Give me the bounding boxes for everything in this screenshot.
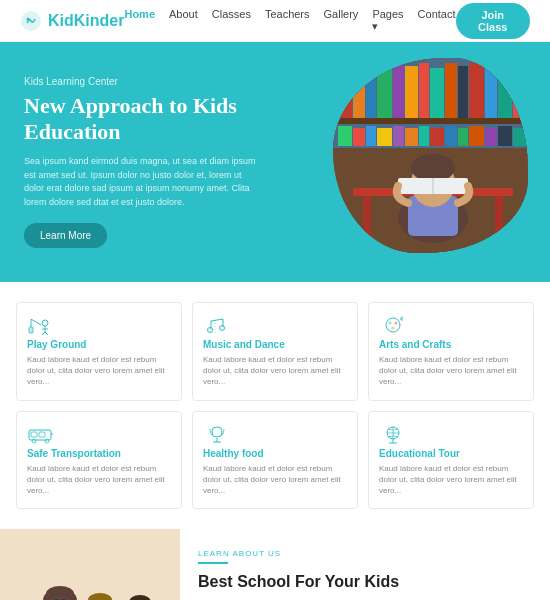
logo[interactable]: KidKinder <box>20 10 124 32</box>
playground-icon <box>27 315 55 335</box>
svg-rect-15 <box>485 68 497 118</box>
kid-scene <box>333 58 528 253</box>
svg-rect-34 <box>363 196 371 236</box>
svg-rect-29 <box>469 126 484 146</box>
logo-icon <box>20 10 42 32</box>
svg-rect-35 <box>495 196 503 236</box>
svg-rect-20 <box>353 128 365 146</box>
hero-content: Kids Learning Center New Approach to Kid… <box>0 46 280 279</box>
feature-card-food: Healthy food Kaud labore kaud et dolor e… <box>192 411 358 510</box>
feature-title-food: Healthy food <box>203 448 347 459</box>
svg-point-59 <box>392 327 395 330</box>
about-label: LEARN ABOUT US <box>198 549 532 564</box>
svg-point-1 <box>27 17 30 20</box>
nav-teachers[interactable]: Teachers <box>265 8 310 33</box>
svg-line-52 <box>45 332 48 335</box>
svg-rect-60 <box>29 430 51 440</box>
feature-card-transport: Safe Transportation Kaud labore kaud et … <box>16 411 182 510</box>
nav-pages[interactable]: Pages ▾ <box>372 8 403 33</box>
nav-links: Home About Classes Teachers Gallery Page… <box>124 8 455 33</box>
svg-rect-10 <box>419 63 429 118</box>
svg-rect-26 <box>430 128 444 146</box>
feature-desc-arts: Kaud labore kaud et dolor est rebum dolo… <box>379 354 523 388</box>
svg-point-54 <box>220 326 225 331</box>
features-grid: Play Ground Kaud labore kaud et dolor es… <box>16 302 534 509</box>
svg-rect-21 <box>366 126 376 146</box>
svg-rect-11 <box>430 68 444 118</box>
svg-rect-62 <box>39 432 45 437</box>
nav-classes[interactable]: Classes <box>212 8 251 33</box>
about-image <box>0 529 180 600</box>
svg-rect-27 <box>445 126 457 146</box>
svg-rect-23 <box>393 126 404 146</box>
learn-more-button[interactable]: Learn More <box>24 223 107 248</box>
svg-rect-44 <box>29 327 33 333</box>
nav-home[interactable]: Home <box>124 8 155 33</box>
svg-rect-14 <box>469 63 484 118</box>
svg-line-51 <box>42 332 45 335</box>
svg-rect-16 <box>498 63 512 118</box>
feature-desc-music: Kaud labore kaud et dolor est rebum dolo… <box>203 354 347 388</box>
feature-desc-transport: Kaud labore kaud et dolor est rebum dolo… <box>27 463 171 497</box>
nav-contact[interactable]: Contact <box>418 8 456 33</box>
about-section: LEARN ABOUT US Best School For Your Kids… <box>0 529 550 600</box>
svg-rect-25 <box>419 126 429 146</box>
feature-title-tour: Educational Tour <box>379 448 523 459</box>
hero-subtitle: Kids Learning Center <box>24 76 256 87</box>
about-content: LEARN ABOUT US Best School For Your Kids… <box>180 529 550 600</box>
svg-point-48 <box>42 320 48 326</box>
svg-rect-18 <box>333 118 528 124</box>
svg-point-58 <box>395 322 398 325</box>
feature-title-playground: Play Ground <box>27 339 171 350</box>
navbar: KidKinder Home About Classes Teachers Ga… <box>0 0 550 42</box>
about-scene-svg <box>0 529 180 600</box>
svg-rect-22 <box>377 128 392 146</box>
svg-rect-17 <box>513 66 527 118</box>
hero-kid-photo <box>333 58 528 253</box>
svg-rect-32 <box>513 128 527 146</box>
music-icon <box>203 315 231 335</box>
about-image-inner <box>0 529 180 600</box>
svg-rect-19 <box>338 126 352 146</box>
hero-description: Sea ipsum kand eirmod duis magna, ut sea… <box>24 155 256 209</box>
svg-point-53 <box>208 328 213 333</box>
svg-rect-73 <box>0 529 180 600</box>
svg-rect-24 <box>405 128 418 146</box>
logo-text: KidKinder <box>48 12 124 30</box>
arts-icon <box>379 315 407 335</box>
svg-rect-30 <box>485 128 497 146</box>
nav-about[interactable]: About <box>169 8 198 33</box>
feature-desc-food: Kaud labore kaud et dolor est rebum dolo… <box>203 463 347 497</box>
hero-title: New Approach to Kids Education <box>24 93 256 146</box>
svg-rect-8 <box>393 63 404 118</box>
svg-rect-13 <box>458 66 468 118</box>
tour-icon <box>379 424 407 444</box>
svg-rect-31 <box>498 126 512 146</box>
feature-card-tour: Educational Tour Kaud labore kaud et dol… <box>368 411 534 510</box>
svg-rect-4 <box>338 63 352 118</box>
svg-rect-12 <box>445 63 457 118</box>
feature-title-music: Music and Dance <box>203 339 347 350</box>
feature-desc-playground: Kaud labore kaud et dolor est rebum dolo… <box>27 354 171 388</box>
svg-rect-5 <box>353 66 365 118</box>
svg-rect-9 <box>405 66 418 118</box>
nav-gallery[interactable]: Gallery <box>324 8 359 33</box>
svg-point-57 <box>389 322 392 325</box>
svg-line-47 <box>31 319 41 325</box>
join-class-button[interactable]: Join Class <box>456 3 531 39</box>
feature-title-transport: Safe Transportation <box>27 448 171 459</box>
feature-desc-tour: Kaud labore kaud et dolor est rebum dolo… <box>379 463 523 497</box>
transport-icon <box>27 424 55 444</box>
feature-card-music: Music and Dance Kaud labore kaud et dolo… <box>192 302 358 401</box>
svg-point-56 <box>386 318 400 332</box>
feature-title-arts: Arts and Crafts <box>379 339 523 350</box>
feature-card-arts: Arts and Crafts Kaud labore kaud et dolo… <box>368 302 534 401</box>
hero-image-area <box>320 52 530 272</box>
features-section: Play Ground Kaud labore kaud et dolor es… <box>0 282 550 529</box>
svg-rect-61 <box>31 432 37 437</box>
svg-rect-6 <box>366 63 376 118</box>
about-title: Best School For Your Kids <box>198 572 532 591</box>
svg-rect-28 <box>458 128 468 146</box>
food-icon <box>203 424 231 444</box>
hero-section: Kids Learning Center New Approach to Kid… <box>0 42 550 282</box>
